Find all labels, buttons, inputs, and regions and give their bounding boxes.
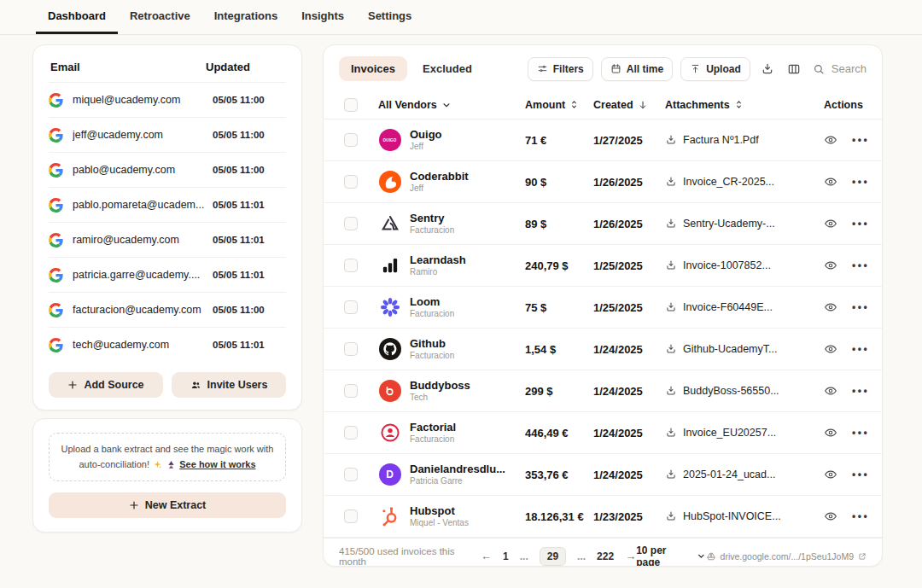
- current-page[interactable]: 29: [540, 547, 566, 566]
- more-actions-button[interactable]: •••: [852, 176, 869, 188]
- row-checkbox[interactable]: [344, 217, 358, 230]
- more-actions-button[interactable]: •••: [852, 469, 869, 480]
- attachment-link[interactable]: Factura Nº1.Pdf: [665, 134, 824, 146]
- created-column-header[interactable]: Created: [593, 99, 665, 111]
- page-ellipsis: ...: [577, 550, 586, 562]
- tab-invoices[interactable]: Invoices: [339, 56, 407, 81]
- row-checkbox[interactable]: [344, 342, 358, 356]
- attachment-link[interactable]: Invoice-1007852...: [665, 259, 824, 271]
- email-source-row[interactable]: ramiro@ucademy.com05/05 11:01: [49, 222, 286, 257]
- search-input[interactable]: Search: [813, 62, 867, 75]
- email-source-row[interactable]: miquel@ucademy.com05/05 11:00: [49, 82, 286, 117]
- nav-item-retroactive[interactable]: Retroactive: [118, 0, 202, 34]
- view-invoice-icon[interactable]: [824, 509, 837, 523]
- more-actions-button[interactable]: •••: [852, 385, 869, 397]
- row-checkbox[interactable]: [344, 426, 358, 440]
- vendor-cell[interactable]: LearndashRamiro: [378, 253, 525, 277]
- row-checkbox[interactable]: [344, 175, 358, 189]
- search-icon: [813, 63, 825, 75]
- filters-button[interactable]: Filters: [528, 57, 593, 81]
- invite-users-button[interactable]: Invite Users: [172, 372, 286, 398]
- nav-item-dashboard[interactable]: Dashboard: [36, 0, 118, 34]
- select-all-checkbox[interactable]: [344, 98, 358, 112]
- invoices-footer: 415/500 used invoices this month ←1...29…: [324, 538, 882, 567]
- new-extract-button[interactable]: New Extract: [49, 492, 286, 518]
- vendor-cell[interactable]: GithubFacturacion: [378, 337, 525, 361]
- email-source-row[interactable]: patricia.garre@ucademy....05/05 11:01: [49, 257, 286, 292]
- export-button[interactable]: [758, 62, 777, 76]
- nav-item-settings[interactable]: Settings: [356, 0, 423, 34]
- attachment-link[interactable]: BuddyBoss-56550...: [665, 385, 824, 397]
- attachments-column-header[interactable]: Attachments: [665, 99, 824, 111]
- vendor-name: Danielandresdlu...: [410, 463, 505, 476]
- calendar-icon: [610, 63, 621, 74]
- view-invoice-icon[interactable]: [824, 342, 837, 356]
- vendor-cell[interactable]: BuddybossTech: [378, 379, 525, 403]
- search-placeholder: Search: [832, 62, 867, 75]
- invoice-row: SentryFacturacion89 $1/26/2025Sentry-Uca…: [324, 203, 882, 245]
- view-invoice-icon[interactable]: [824, 426, 837, 440]
- more-actions-button[interactable]: •••: [852, 134, 869, 146]
- next-page-button[interactable]: →: [625, 550, 636, 562]
- row-checkbox[interactable]: [344, 509, 358, 523]
- view-invoice-icon[interactable]: [824, 175, 837, 189]
- vendor-cell[interactable]: DDanielandresdlu...Patricia Garre: [378, 463, 525, 486]
- add-source-button[interactable]: Add Source: [49, 372, 163, 398]
- per-page-select[interactable]: 10 per page: [636, 544, 705, 568]
- view-invoice-icon[interactable]: [824, 468, 837, 481]
- attachment-link[interactable]: HubSpot-INVOICE...: [665, 510, 824, 522]
- vendor-cell[interactable]: LoomFacturacion: [378, 295, 525, 319]
- email-source-row[interactable]: tech@ucademy.com05/05 11:01: [49, 327, 286, 362]
- vendor-column-header[interactable]: All Vendors: [378, 99, 525, 111]
- attachment-link[interactable]: Github-UcademyT...: [665, 343, 824, 355]
- view-invoice-icon[interactable]: [824, 384, 837, 398]
- email-source-row[interactable]: facturacion@ucademy.com05/05 11:00: [49, 292, 286, 327]
- tab-excluded[interactable]: Excluded: [411, 56, 484, 81]
- updated-time: 05/05 11:00: [213, 165, 286, 175]
- email-source-row[interactable]: pablo@ucademy.com05/05 11:00: [49, 152, 286, 187]
- prev-page-button[interactable]: ←: [481, 550, 492, 562]
- amount-column-header[interactable]: Amount: [525, 99, 593, 111]
- vendor-cell[interactable]: SentryFacturacion: [378, 212, 525, 236]
- view-invoice-icon[interactable]: [824, 300, 837, 314]
- attachment-filename: Invoice_EU20257...: [683, 427, 776, 439]
- page-button[interactable]: 1: [503, 550, 509, 562]
- drive-link[interactable]: drive.google.com/.../1pSeu1JoM9: [706, 551, 867, 562]
- more-actions-button[interactable]: •••: [852, 218, 869, 230]
- all-time-button[interactable]: All time: [601, 57, 673, 81]
- row-checkbox[interactable]: [344, 468, 358, 481]
- attachment-link[interactable]: Invoice-F60449E...: [665, 301, 824, 313]
- page-button[interactable]: 222: [597, 550, 614, 562]
- row-checkbox[interactable]: [344, 384, 358, 398]
- vendor-cell[interactable]: FactorialFacturacion: [378, 421, 525, 445]
- view-invoice-icon[interactable]: [824, 259, 837, 272]
- vendor-cell[interactable]: CoderabbitJeff: [378, 170, 525, 194]
- attachment-filename: Sentry-Ucademy-...: [683, 218, 775, 230]
- nav-item-insights[interactable]: Insights: [289, 0, 356, 34]
- email-source-row[interactable]: pablo.pomareta@ucadem...05/05 11:01: [49, 187, 286, 222]
- attachment-link[interactable]: Invoice_CR-2025...: [665, 176, 824, 188]
- nav-item-integrations[interactable]: Integrations: [202, 0, 289, 34]
- more-actions-button[interactable]: •••: [852, 510, 869, 522]
- columns-button[interactable]: [785, 62, 803, 76]
- see-how-it-works-link[interactable]: See how it works: [179, 459, 255, 469]
- more-actions-button[interactable]: •••: [852, 343, 869, 355]
- download-attachment-icon: [665, 134, 677, 146]
- more-actions-button[interactable]: •••: [852, 427, 869, 439]
- vendor-cell[interactable]: HubspotMiquel - Ventas: [378, 504, 525, 528]
- row-checkbox[interactable]: [344, 133, 358, 147]
- view-invoice-icon[interactable]: [824, 133, 837, 147]
- vendor-cell[interactable]: OUIGOOuigoJeff: [378, 128, 525, 152]
- more-actions-button[interactable]: •••: [852, 259, 869, 271]
- attachment-link[interactable]: 2025-01-24_ucad...: [665, 469, 824, 480]
- row-checkbox[interactable]: [344, 300, 358, 314]
- vendor-logo-icon: [378, 296, 401, 319]
- attachment-link[interactable]: Sentry-Ucademy-...: [665, 218, 824, 230]
- row-checkbox[interactable]: [344, 259, 358, 272]
- upload-button[interactable]: Upload: [680, 57, 750, 81]
- attachment-link[interactable]: Invoice_EU20257...: [665, 427, 824, 439]
- email-source-row[interactable]: jeff@ucademy.com05/05 11:00: [49, 117, 286, 152]
- more-actions-button[interactable]: •••: [852, 301, 869, 313]
- row-actions: •••: [824, 468, 883, 481]
- view-invoice-icon[interactable]: [824, 217, 837, 230]
